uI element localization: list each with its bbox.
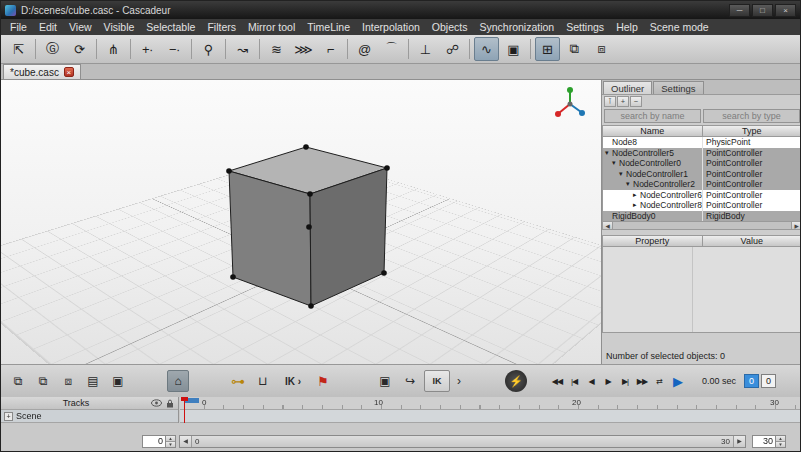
add-point-tool-icon[interactable]: +∙ bbox=[135, 37, 160, 61]
column-header-property[interactable]: Property bbox=[602, 235, 703, 247]
timeline-scroll-thumb[interactable]: 0 30 bbox=[192, 436, 733, 447]
expander-icon[interactable]: ▾ bbox=[619, 169, 626, 180]
paste-mirrored-frame-icon[interactable]: ⧈ bbox=[57, 370, 79, 392]
tree-row[interactable]: ▾NodeController0 PointController bbox=[603, 158, 801, 169]
menu-item-filters[interactable]: Filters bbox=[201, 21, 242, 33]
minimize-button[interactable]: ─ bbox=[729, 4, 750, 17]
expand-all-button[interactable]: + bbox=[617, 96, 629, 107]
cube-left-face[interactable] bbox=[229, 171, 311, 306]
autokey-icon[interactable]: ⊶ bbox=[227, 370, 249, 392]
camera-path-icon[interactable]: ↪ bbox=[399, 370, 421, 392]
search-by-name-input[interactable] bbox=[604, 109, 701, 123]
maximize-button[interactable]: □ bbox=[752, 4, 773, 17]
g-manipulator-tool-icon[interactable]: Ⓖ bbox=[40, 37, 65, 61]
ik-switch-expand-icon[interactable]: › bbox=[453, 370, 465, 392]
play-button[interactable]: ▶ bbox=[600, 373, 616, 389]
scene-track-row[interactable]: + Scene bbox=[1, 410, 178, 423]
expander-icon[interactable]: ▸ bbox=[633, 200, 640, 211]
filter-type-button[interactable]: ⊺ bbox=[604, 96, 616, 107]
timeline-scrollbar[interactable]: ◀ 0 30 ▶ bbox=[179, 435, 746, 448]
mirror-tool-icon[interactable]: ☍ bbox=[440, 37, 465, 61]
playhead-handle[interactable] bbox=[181, 397, 188, 401]
menu-item-visible[interactable]: Visible bbox=[98, 21, 141, 33]
run-simulation-icon[interactable]: ⚡ bbox=[505, 370, 527, 392]
visibility-icon[interactable] bbox=[151, 399, 162, 407]
menu-item-objects[interactable]: Objects bbox=[426, 21, 474, 33]
character-tool-icon[interactable]: ⚲ bbox=[196, 37, 221, 61]
menu-item-scene-mode[interactable]: Scene mode bbox=[644, 21, 715, 33]
gizmo-x-axis[interactable] bbox=[555, 111, 561, 117]
tree-row[interactable]: Node8 PhysicPoint bbox=[603, 137, 801, 148]
copy-frame-icon[interactable]: ⧉ bbox=[7, 370, 29, 392]
collapse-all-button[interactable]: − bbox=[630, 96, 642, 107]
trajectory-tool-icon[interactable]: ↝ bbox=[230, 37, 255, 61]
autoposing-tool-icon[interactable]: @ bbox=[352, 37, 377, 61]
column-header-name[interactable]: Name bbox=[602, 125, 703, 137]
column-header-value[interactable]: Value bbox=[703, 235, 801, 247]
lock-icon[interactable] bbox=[166, 399, 174, 408]
gizmo-y-axis[interactable] bbox=[567, 87, 573, 93]
expander-icon[interactable]: ▾ bbox=[605, 148, 612, 159]
paste-layout-tool-icon[interactable]: ⧈ bbox=[589, 37, 614, 61]
paste-frame-icon[interactable]: ⧉ bbox=[32, 370, 54, 392]
expander-icon[interactable]: ▾ bbox=[626, 179, 633, 190]
close-button[interactable]: × bbox=[775, 4, 796, 17]
intervals-tool-icon[interactable]: ⋙ bbox=[291, 37, 316, 61]
snap-magnet-icon[interactable]: ⊔ bbox=[252, 370, 274, 392]
orientation-gizmo[interactable] bbox=[553, 86, 587, 122]
play-main-button[interactable]: ▶ bbox=[668, 372, 688, 390]
tree-row[interactable]: ▾NodeController2 PointController bbox=[603, 179, 801, 190]
scroll-right-icon[interactable]: ▶ bbox=[733, 436, 745, 447]
menu-item-synchronization[interactable]: Synchronization bbox=[473, 21, 560, 33]
tab-outliner[interactable]: Outliner bbox=[603, 81, 652, 94]
menu-item-file[interactable]: File bbox=[4, 21, 33, 33]
scene-canvas[interactable] bbox=[1, 80, 601, 364]
arc-tool-icon[interactable]: ⌒ bbox=[379, 37, 404, 61]
remove-point-tool-icon[interactable]: −∙ bbox=[162, 37, 187, 61]
jump-to-start-button[interactable]: ◀◀ bbox=[549, 373, 565, 389]
camera-tool-icon[interactable]: ▣ bbox=[501, 37, 526, 61]
spin-value[interactable]: 0 bbox=[142, 435, 166, 448]
expander-icon[interactable]: ▸ bbox=[633, 190, 640, 201]
tab-settings[interactable]: Settings bbox=[653, 81, 703, 94]
pivot-tool-icon[interactable]: ⊥ bbox=[413, 37, 438, 61]
menu-item-help[interactable]: Help bbox=[610, 21, 644, 33]
menu-item-selectable[interactable]: Selectable bbox=[140, 21, 201, 33]
next-keyframe-button[interactable]: ▶▶ bbox=[634, 373, 650, 389]
loop-toggle-icon[interactable]: ⇄ bbox=[651, 373, 667, 389]
spin-down-icon[interactable]: ▼ bbox=[776, 442, 785, 447]
tree-row[interactable]: ▸NodeController6 PointController bbox=[603, 190, 801, 201]
node-structure-tool-icon[interactable]: ⋔ bbox=[101, 37, 126, 61]
grid-snap-tool-icon[interactable]: ⊞ bbox=[535, 37, 560, 61]
scroll-right-icon[interactable]: ▶ bbox=[791, 222, 801, 229]
corner-tool-icon[interactable]: ⌐ bbox=[318, 37, 343, 61]
ik-switch-button[interactable]: IK bbox=[424, 370, 450, 392]
prev-frame-button[interactable]: ◀ bbox=[583, 373, 599, 389]
total-frames-spinbox[interactable]: 30 ▲ ▼ bbox=[752, 435, 786, 448]
search-by-type-input[interactable] bbox=[703, 109, 800, 123]
spin-down-icon[interactable]: ▼ bbox=[166, 442, 175, 447]
spin-value[interactable]: 30 bbox=[752, 435, 776, 448]
camera-mode-icon[interactable]: ▣ bbox=[374, 370, 396, 392]
menu-item-timeline[interactable]: TimeLine bbox=[301, 21, 356, 33]
menu-item-edit[interactable]: Edit bbox=[33, 21, 63, 33]
copy-layout-tool-icon[interactable]: ⧉ bbox=[562, 37, 587, 61]
tab-close-icon[interactable]: × bbox=[64, 67, 74, 77]
next-frame-button[interactable]: ▶| bbox=[617, 373, 633, 389]
tree-row[interactable]: ▾NodeController5 PointController bbox=[603, 148, 801, 159]
rotate-manipulator-tool-icon[interactable]: ⟳ bbox=[67, 37, 92, 61]
menu-item-view[interactable]: View bbox=[63, 21, 98, 33]
tree-row[interactable]: ▾NodeController1 PointController bbox=[603, 169, 801, 180]
timeline-ruler[interactable]: 0 10 20 30 bbox=[180, 397, 800, 410]
interval-edit-icon[interactable]: ▤ bbox=[82, 370, 104, 392]
menu-item-interpolation[interactable]: Interpolation bbox=[356, 21, 426, 33]
track-offset-spinbox[interactable]: 0 ▲ ▼ bbox=[142, 435, 176, 448]
frame-offset-field[interactable]: 0 bbox=[761, 374, 776, 388]
menu-item-settings[interactable]: Settings bbox=[560, 21, 610, 33]
flag-marker-icon[interactable]: ⚑ bbox=[312, 370, 334, 392]
tree-row[interactable]: RigidBody0 RigidBody bbox=[603, 211, 801, 222]
gizmo-z-axis[interactable] bbox=[579, 110, 585, 116]
document-tab[interactable]: *cube.casc × bbox=[3, 64, 81, 79]
prev-keyframe-button[interactable]: |◀ bbox=[566, 373, 582, 389]
column-header-type[interactable]: Type bbox=[703, 125, 801, 137]
